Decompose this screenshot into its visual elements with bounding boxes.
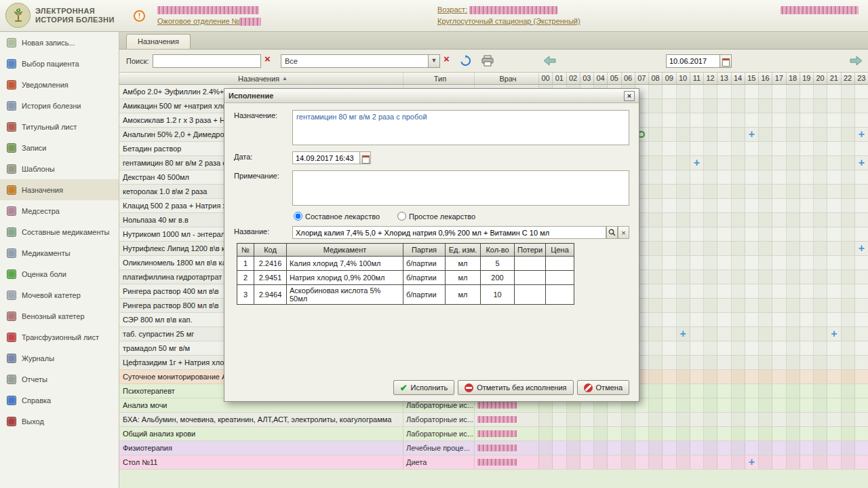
hour-cell[interactable] [580, 441, 594, 455]
hour-cell[interactable] [759, 284, 772, 298]
hour-cell[interactable] [814, 455, 827, 469]
hour-cell[interactable] [855, 441, 868, 455]
search-medication-icon[interactable] [606, 226, 618, 239]
hour-cell[interactable] [855, 284, 868, 298]
hour-cell[interactable] [690, 128, 704, 141]
execute-button[interactable]: ✔ Исполнить [393, 380, 455, 395]
hour-cell[interactable] [608, 427, 621, 440]
simple-radio[interactable] [397, 212, 406, 221]
hour-cell[interactable] [663, 341, 676, 355]
add-execution-icon[interactable]: + [859, 157, 865, 168]
hour-cell[interactable] [732, 356, 745, 369]
hour-cell[interactable] [842, 256, 855, 269]
hour-cell[interactable] [677, 341, 690, 355]
hour-cell[interactable] [772, 441, 786, 455]
hour-cell[interactable] [759, 398, 772, 412]
hour-cell[interactable] [842, 356, 855, 369]
sidebar-item-urinary-catheter[interactable]: Мочевой катетер [0, 284, 119, 305]
hour-cell[interactable] [635, 441, 649, 455]
hour-cell[interactable] [759, 99, 772, 113]
hour-cell[interactable] [842, 455, 855, 469]
hour-cell[interactable] [814, 256, 827, 269]
next-day-icon[interactable] [849, 54, 863, 70]
hour-cell[interactable] [690, 284, 704, 298]
hour-cell[interactable] [704, 441, 717, 455]
hour-cell[interactable] [690, 313, 704, 326]
hour-cell[interactable] [704, 299, 717, 312]
hour-cell[interactable] [772, 113, 786, 127]
hour-cell[interactable] [704, 213, 717, 227]
hour-cell[interactable] [663, 284, 676, 298]
hour-cell[interactable] [787, 213, 800, 227]
hour-cell[interactable] [745, 284, 759, 298]
hour-cell[interactable] [842, 85, 855, 98]
hour-cell[interactable] [649, 113, 663, 127]
prescription-row[interactable]: ФизиотерапияЛечебные проце... [119, 441, 868, 455]
hour-cell[interactable] [800, 313, 814, 326]
hour-cell[interactable] [800, 156, 814, 170]
hour-cell[interactable] [580, 455, 594, 469]
hour-cell[interactable] [717, 413, 731, 426]
hour-cell[interactable] [732, 99, 745, 113]
hour-cell[interactable] [717, 313, 731, 326]
hour-cell[interactable] [663, 199, 676, 212]
hour-cell[interactable] [745, 356, 759, 369]
hour-cell[interactable] [745, 242, 759, 255]
hour-cell[interactable] [842, 227, 855, 241]
hour-cell[interactable] [663, 128, 676, 141]
previous-day-icon[interactable] [542, 54, 557, 70]
add-execution-icon[interactable]: + [679, 329, 686, 339]
hour-cell[interactable] [649, 370, 663, 383]
hour-cell[interactable] [759, 242, 772, 255]
hour-column-header[interactable]: 12 [704, 73, 717, 84]
hour-cell[interactable] [745, 185, 759, 198]
hour-cell[interactable] [567, 427, 580, 440]
hour-cell[interactable] [814, 441, 827, 455]
hour-cell[interactable] [814, 284, 827, 298]
hour-cell[interactable] [800, 413, 814, 426]
hour-cell[interactable] [649, 213, 663, 227]
hour-cell[interactable] [759, 213, 772, 227]
prescription-row[interactable]: БХА: Альбумин, мочевина, креатинин, АЛТ,… [119, 413, 868, 427]
hour-cell[interactable] [704, 270, 717, 284]
hour-cell[interactable] [732, 413, 745, 426]
note-input[interactable] [292, 170, 629, 206]
hour-cell[interactable] [787, 156, 800, 170]
hour-cell[interactable] [827, 256, 841, 269]
hour-cell[interactable] [827, 370, 841, 383]
hour-cell[interactable] [677, 313, 690, 326]
hour-cell[interactable] [745, 313, 759, 326]
hour-cell[interactable] [787, 441, 800, 455]
hour-cell[interactable] [814, 327, 827, 341]
hour-cell[interactable] [827, 427, 841, 440]
hour-cell[interactable] [732, 398, 745, 412]
hour-cell[interactable] [580, 427, 594, 440]
hour-cell[interactable] [772, 413, 786, 426]
hour-cell[interactable] [717, 356, 731, 369]
hour-cell[interactable] [800, 242, 814, 255]
hour-cell[interactable] [539, 413, 553, 426]
hour-cell[interactable] [567, 441, 580, 455]
hour-cell[interactable] [745, 270, 759, 284]
hour-cell[interactable] [663, 327, 676, 341]
hour-cell[interactable] [842, 313, 855, 326]
hour-cell[interactable] [787, 313, 800, 326]
hour-cell[interactable] [855, 356, 868, 369]
hour-column-header[interactable]: 16 [759, 73, 772, 84]
hour-cell[interactable] [772, 256, 786, 269]
hour-cell[interactable] [772, 199, 786, 212]
hour-cell[interactable]: + [855, 242, 868, 255]
hour-cell[interactable] [787, 384, 800, 398]
med-table-row[interactable]: 22.9451Натрия хлорид 0,9% 200млб/партиим… [237, 271, 574, 285]
hour-cell[interactable] [649, 455, 663, 469]
hour-cell[interactable] [663, 99, 676, 113]
hour-cell[interactable] [704, 170, 717, 184]
hour-cell[interactable] [814, 85, 827, 98]
hour-cell[interactable] [800, 128, 814, 141]
hour-cell[interactable] [732, 213, 745, 227]
hour-cell[interactable] [787, 427, 800, 440]
hour-cell[interactable] [553, 427, 566, 440]
hour-cell[interactable] [649, 313, 663, 326]
hour-cell[interactable] [717, 242, 731, 255]
hour-cell[interactable] [732, 128, 745, 141]
